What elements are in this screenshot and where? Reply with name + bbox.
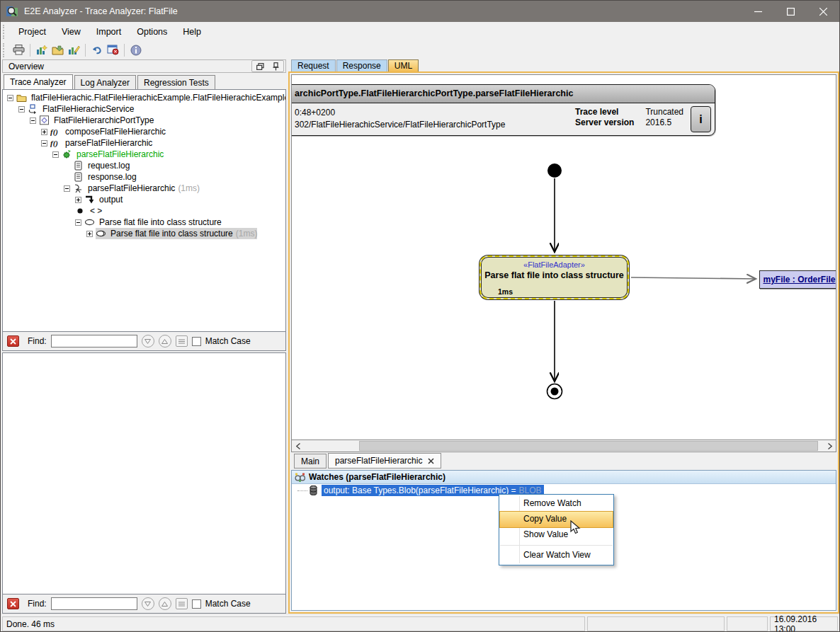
collapse-icon[interactable]: [30, 117, 36, 124]
toolbar-separator: [30, 44, 30, 57]
find-next-button[interactable]: [142, 597, 154, 610]
status-segment: [587, 616, 725, 631]
tree-item-porttype[interactable]: FlatFileHierarchicPortType: [3, 115, 285, 126]
close-tab-icon[interactable]: [428, 458, 434, 464]
list-icon: [178, 338, 185, 345]
collapse-icon[interactable]: [64, 185, 70, 192]
menu-import[interactable]: Import: [89, 24, 129, 40]
menu-options[interactable]: Options: [129, 24, 175, 40]
find-close-button[interactable]: [7, 335, 19, 347]
expand-icon[interactable]: [86, 231, 93, 237]
float-panel-button[interactable]: [252, 61, 268, 71]
tree-item-parse-op[interactable]: f() parseFlatFileHierarchic: [3, 137, 285, 149]
trace-header-box: archicPortType.FlatFileHierarchicPortTyp…: [291, 84, 715, 136]
open-model-icon: [52, 45, 64, 56]
object-flow-edge: [631, 277, 756, 279]
find-previous-button[interactable]: [159, 597, 171, 610]
expand-icon[interactable]: [75, 197, 81, 203]
match-case-label: Match Case: [205, 599, 251, 609]
start-node[interactable]: [547, 163, 562, 178]
collapse-icon[interactable]: [18, 106, 25, 113]
menu-item-clear-watch-view[interactable]: Clear Watch View: [500, 548, 613, 563]
tree-item-label: Parse flat file into class structure: [109, 229, 234, 239]
tab-uml[interactable]: UML: [388, 59, 419, 71]
scroll-left-button[interactable]: [292, 440, 304, 452]
find-input[interactable]: [51, 335, 137, 347]
diagram-horizontal-scrollbar[interactable]: [291, 440, 836, 452]
trace-info-button[interactable]: i: [691, 106, 711, 132]
edit-model-button[interactable]: [66, 42, 82, 58]
tree-item-compose[interactable]: f() composeFlatFileHierarchic: [3, 126, 285, 137]
pin-icon: [273, 62, 279, 71]
tree-item-response-log[interactable]: response.log: [3, 171, 285, 183]
menu-item-show-value[interactable]: Show Value: [500, 527, 613, 543]
tree-item-duration: (1ms): [236, 229, 258, 239]
tree-item-empty-value[interactable]: < >: [3, 205, 285, 217]
collapse-icon[interactable]: [41, 140, 47, 146]
menu-project[interactable]: Project: [11, 24, 54, 40]
find-options-button[interactable]: [176, 598, 188, 609]
tree-item-parse-node[interactable]: Parse flat file into class structure: [3, 217, 285, 228]
tab-response[interactable]: Response: [336, 59, 387, 71]
activity-node-instance-icon: [96, 229, 106, 239]
find-previous-button[interactable]: [159, 335, 171, 347]
object-node-myfile[interactable]: myFile : OrderFile: [759, 270, 836, 289]
open-model-button[interactable]: [50, 42, 66, 58]
porttype-icon: [39, 115, 50, 125]
close-trace-window-button[interactable]: [105, 42, 121, 58]
tab-trace-analyzer[interactable]: Trace Analyzer: [4, 74, 73, 89]
menu-view[interactable]: View: [54, 24, 89, 40]
tree-item-parse-activity[interactable]: parseFlatFileHierarchic (1ms): [3, 183, 285, 194]
scroll-track[interactable]: [304, 440, 824, 452]
menu-help[interactable]: Help: [175, 24, 209, 40]
tree-item-parse-node-instance[interactable]: Parse flat file into class structure (1m…: [3, 228, 285, 239]
toolbar-grip-handle[interactable]: [3, 43, 8, 57]
print-button[interactable]: [11, 42, 27, 58]
close-button[interactable]: [807, 1, 839, 22]
tree-item-label: parseFlatFileHierarchic: [75, 149, 165, 159]
toolbar-separator: [124, 44, 125, 57]
find-close-button[interactable]: [7, 598, 19, 609]
expand-icon[interactable]: [41, 129, 47, 135]
tree-item-service[interactable]: FlatFileHierachicService: [3, 103, 285, 115]
status-segment: [727, 616, 768, 631]
collapse-icon[interactable]: [7, 95, 13, 101]
scroll-right-button[interactable]: [824, 440, 836, 452]
tab-request[interactable]: Request: [291, 59, 336, 71]
collapse-icon[interactable]: [75, 219, 81, 226]
tab-main-diagram[interactable]: Main: [294, 454, 327, 469]
undo-button[interactable]: [89, 42, 105, 58]
pin-panel-button[interactable]: [268, 61, 283, 71]
maximize-button[interactable]: [774, 1, 807, 22]
find-input[interactable]: [51, 597, 137, 610]
activity-node-parse[interactable]: «FlatFileAdapter» Parse flat file into c…: [479, 255, 629, 299]
trace-header-title: archicPortType.FlatFileHierarchicPortTyp…: [291, 85, 715, 103]
watches-title: Watches (parseFlatFileHierarchic): [309, 472, 445, 482]
tree-item-parse-trace[interactable]: parseFlatFileHierarchic: [3, 149, 285, 160]
title-bar[interactable]: E2E Analyzer - Trace Analyzer: FlatFile: [1, 1, 839, 22]
match-case-checkbox[interactable]: [192, 599, 201, 609]
tab-parse-diagram[interactable]: parseFlatFileHierarchic: [328, 453, 441, 469]
uml-diagram-canvas[interactable]: archicPortType.FlatFileHierarchicPortTyp…: [291, 74, 836, 440]
menu-item-remove-watch[interactable]: Remove Watch: [500, 496, 613, 512]
info-button[interactable]: [127, 42, 144, 58]
tree-guide-line: [297, 490, 307, 491]
tree-item-output[interactable]: output: [3, 194, 285, 205]
scroll-thumb[interactable]: [359, 441, 818, 451]
find-next-button[interactable]: [142, 335, 154, 347]
tree-item-duration: (1ms): [178, 183, 200, 193]
tree-item-request-log[interactable]: request.log: [3, 160, 285, 171]
arrow-left-icon: [296, 443, 300, 449]
minimize-button[interactable]: [742, 1, 774, 22]
tree-item-example[interactable]: flatFileHierachic.FlatFileHierachicExamp…: [3, 92, 285, 103]
collapse-icon[interactable]: [52, 151, 59, 158]
tab-regression-tests[interactable]: Regression Tests: [137, 75, 215, 89]
menu-item-copy-value[interactable]: Copy Value: [500, 512, 613, 527]
menu-grip-handle[interactable]: [3, 25, 8, 39]
tab-log-analyzer[interactable]: Log Analyzer: [74, 75, 136, 89]
find-options-button[interactable]: [176, 335, 188, 347]
new-model-button[interactable]: [33, 42, 50, 58]
match-case-checkbox[interactable]: [192, 337, 201, 346]
tree-item-label: FlatFileHierarchicPortType: [52, 115, 155, 125]
svg-text:f(): f(): [50, 127, 58, 137]
